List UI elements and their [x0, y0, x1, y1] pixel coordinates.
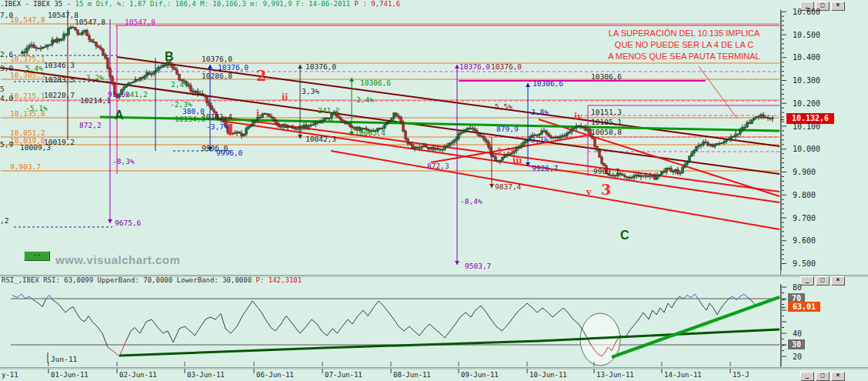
price-tick-label: 9.500 — [793, 259, 816, 268]
minimize-button[interactable]: _ — [800, 276, 814, 286]
date-label: 03-Jun-11 — [187, 371, 225, 379]
date-label: 06-Jun-11 — [256, 371, 294, 379]
chart-title-bar: .IBEX - IBEX 35 - 15 m Dif, %: 1,87 Dif,… — [0, 0, 868, 9]
price-tick-label: 10.200 — [793, 99, 820, 108]
price-tick-label: 10.000 — [793, 145, 820, 153]
price-tick-label: 9.900 — [793, 168, 816, 176]
maximize-button[interactable]: □ — [816, 276, 830, 286]
rsi-lower-band-badge: 30 — [788, 339, 805, 349]
date-window-controls: _ □ × — [800, 372, 845, 381]
analyst-note-line: A MENOS QUE SEA PAUTA TERMINAL — [587, 51, 781, 62]
minimize-button[interactable]: _ — [800, 372, 814, 381]
date-label: y-11 — [2, 371, 18, 379]
rsi-arrow-icon: ← — [782, 341, 786, 349]
rsi-value-badge: 63,01 — [788, 302, 820, 312]
price-tick-label: 10.300 — [793, 76, 820, 85]
rsi-tick-label: 20 — [793, 353, 802, 361]
rsi-previous: P: 142,3101 — [256, 276, 302, 284]
date-label: 15-J — [733, 371, 749, 379]
date-label: 13-Jun-11 — [596, 371, 634, 379]
last-price-badge: 10.132,6 — [786, 113, 834, 124]
date-axis[interactable]: y-1101-Jun-1102-Jun-1103-Jun-1106-Jun-11… — [0, 369, 868, 381]
instrument-title: .IBEX - IBEX 35 - — [0, 0, 75, 8]
visualchart-watermark: www.visualchart.com — [55, 253, 180, 266]
indicator-toggle-button[interactable]: -- — [24, 251, 50, 261]
rsi-arrow-icon: ← — [782, 296, 786, 303]
price-tick-label: 9.600 — [793, 236, 816, 245]
price-tick-label: 9.800 — [793, 191, 816, 199]
rsi-values: RSI_,IBEX RSI: 63,0099 UpperBand: 70,000… — [2, 276, 256, 284]
analyst-note-line: QUE NO PUEDE SER LA 4 DE LA C — [587, 39, 781, 51]
date-label: 01-Jun-11 — [51, 371, 88, 379]
rsi-tick-label: 40 — [793, 329, 802, 338]
date-label: 02-Jun-11 — [119, 371, 157, 379]
rsi-window-controls: _ □ × — [800, 276, 845, 286]
main-window-controls: _ □ × — [800, 2, 845, 11]
close-button[interactable]: × — [831, 2, 845, 11]
close-button[interactable]: × — [831, 372, 845, 381]
date-label: 09-Jun-11 — [461, 371, 499, 379]
rsi-arrow-icon: ← — [782, 303, 786, 311]
maximize-button[interactable]: □ — [816, 2, 830, 11]
rsi-plot[interactable] — [0, 284, 781, 367]
analyst-note-line: LA SUPERACIÓN DEL 10.135 IMPLICA — [587, 28, 781, 39]
visual-chart-window: .IBEX - IBEX 35 - 15 m Dif, %: 1,87 Dif,… — [0, 0, 868, 381]
date-label: 07-Jun-11 — [325, 371, 362, 379]
quote-previous-close: P : 9,741,6 — [355, 0, 401, 8]
date-label: 10-Jun-11 — [529, 371, 567, 379]
analyst-note: LA SUPERACIÓN DEL 10.135 IMPLICA QUE NO … — [587, 28, 781, 62]
minimize-button[interactable]: _ — [800, 2, 814, 11]
quote-info: 15 m Dif, %: 1,87 Dif,: 186,4 M: 10,166,… — [75, 0, 355, 8]
close-button[interactable]: × — [831, 276, 845, 286]
price-arrow-icon: ← — [780, 115, 784, 123]
price-tick-label: 10.500 — [793, 31, 820, 39]
rsi-header: RSI_,IBEX RSI: 63,0099 UpperBand: 70,000… — [2, 276, 302, 284]
date-label: 14-Jun-11 — [664, 371, 702, 379]
date-label: 08-Jun-11 — [393, 371, 431, 379]
maximize-button[interactable]: □ — [816, 372, 830, 381]
price-tick-label: 9.700 — [793, 214, 816, 222]
price-tick-label: 10.400 — [793, 53, 820, 62]
